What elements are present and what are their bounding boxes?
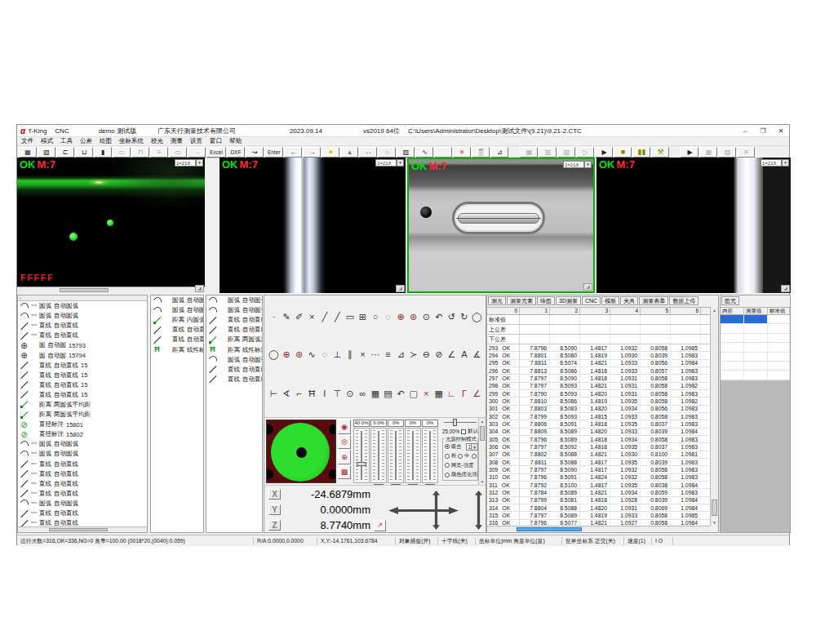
columns-tool-button[interactable]: ≡ [150,147,168,158]
slider-track[interactable] [405,428,421,483]
scroll-up-icon[interactable]: ▴ [711,307,718,313]
feature-row[interactable]: 圆自动圆15793 [18,340,147,350]
arc-tool-icon[interactable]: ↶ [432,312,445,322]
dither-button[interactable]: ▒ [472,147,490,158]
mode-primary-radio[interactable] [445,444,450,449]
result-row[interactable]: 304OK7.88098.50891.48201.09330.80391.098… [487,429,710,436]
caliper-tool-button[interactable]: ⊏ [56,147,74,158]
feature-row[interactable]: 圆弧自动圆弧55 [206,305,262,315]
camera-2-zoom-select[interactable]: 1=21X▾ [375,159,404,167]
feature-row[interactable]: 直线自动直线55 [206,365,262,375]
option-radio-1[interactable] [445,463,450,468]
level-radio-3[interactable] [472,454,477,459]
result-row[interactable]: 295OK7.88118.50741.48211.09330.80561.098… [487,360,710,367]
wave-select-button[interactable]: ∿ [415,147,433,158]
result-row[interactable]: 316OK7.87968.50771.48211.09270.80581.098… [487,520,710,526]
resize-grip-icon[interactable]: ◢ [583,283,592,291]
light-slider-5[interactable]: 0% [422,420,438,483]
open-run-button[interactable]: ▧ [557,147,575,158]
menu-item-4[interactable]: 公差 [80,137,92,145]
camera-3-zoom-select[interactable]: 1=21X▾ [563,161,592,168]
zoom-value[interactable]: 1=21X [175,159,196,167]
hatch-button[interactable]: ▨ [397,147,415,158]
save-measure-button[interactable]: ▦ [19,147,37,158]
results-hscrollbar[interactable] [487,526,710,532]
menu-item-10[interactable]: 窗口 [210,137,222,145]
list-1-top-scrollbar[interactable]: ‹ [18,295,147,301]
dim-horizontal-tool-icon[interactable]: Ħ [306,389,318,399]
feature-row[interactable]: 距离线性标注66 [151,344,203,354]
feature-row[interactable]: 距离线性标注55 [206,344,262,354]
ellipse-scan-tool-icon[interactable]: ⊕ [281,349,293,360]
ring-inner-light-button[interactable]: ⊕ [338,450,351,464]
element-row[interactable] [721,362,790,371]
text-tool-icon[interactable]: A [458,349,470,360]
list-1-bottom-scrollbar[interactable] [18,526,147,532]
channel-select[interactable]: 1▾ [466,443,478,451]
feature-row[interactable]: 直线自动直线65 [151,335,203,344]
result-row[interactable]: 307OK7.88028.50881.48211.09300.81001.098… [487,451,710,459]
camera-view-1[interactable]: OKM:7 1=21X▾ FFFFF ◢ [17,158,205,293]
results-tab-8[interactable]: 测量表单 [639,296,668,305]
zoom-value[interactable]: 1=21X [761,159,782,167]
menu-item-5[interactable]: 绘图 [100,137,112,145]
ellipse-2-tool-icon[interactable]: ◯ [268,349,280,360]
light-bulb-button[interactable]: ● [322,147,339,158]
result-row[interactable]: 299OK7.87908.50931.48201.09310.80581.098… [487,390,710,398]
feature-row[interactable]: ***圆弧自动圆弧 [18,439,147,449]
diagonal-move-button[interactable]: ↗ [374,520,386,531]
element-row[interactable] [721,371,790,380]
circle-line-tool-icon[interactable]: ⊖ [420,349,432,360]
ring-outer-light-button[interactable]: ◉ [338,420,351,434]
lasso-button[interactable]: ◌ [378,147,396,158]
point-tool-icon[interactable]: · [268,312,280,322]
angle-arc-tool-icon[interactable]: ∡ [471,349,483,360]
dxf-export-button[interactable]: DXF [227,147,245,158]
curve-tool-icon[interactable]: ∿ [306,349,318,360]
angle-tool-icon[interactable]: ∠ [446,349,458,360]
feature-row[interactable]: ***直线自动直线 [18,489,147,499]
copy-tool-icon[interactable]: ▤ [382,389,394,399]
draw-edit-tool-icon[interactable]: ✐ [293,312,305,322]
feature-row[interactable]: 距离两圆弧平均距 [18,400,147,410]
rect-tool-icon[interactable]: ▭ [344,312,356,322]
zoom-value[interactable]: 1=21X [563,161,584,168]
open-file-button[interactable]: ▧ [38,147,55,158]
results-tab-1[interactable]: 测光 [488,296,506,305]
open-2-button[interactable]: ▧ [718,147,736,158]
results-tab-4[interactable]: 3D测量 [556,296,581,305]
pillar-tool-button[interactable]: ▮ [94,147,112,158]
feature-row[interactable]: ***直线自动直线 [18,331,147,340]
resize-grip-icon[interactable]: ◢ [781,285,790,292]
feature-row[interactable]: 直线自动直线66 [151,325,203,335]
master-slider-thumb[interactable] [453,419,457,426]
chevron-down-icon[interactable]: ▾ [782,159,789,167]
menu-item-9[interactable]: 设置 [190,137,202,145]
coord-z-tool-icon[interactable]: ∠ [471,389,483,399]
slider-track[interactable] [388,428,404,483]
scroll-down-icon[interactable]: ▾ [711,519,718,526]
run-to-end-button[interactable]: ▶ [595,147,613,158]
feature-row[interactable]: 直线自动直线15 [18,390,147,400]
select-rect-tool-icon[interactable]: ▢ [407,389,419,399]
feature-row[interactable]: 直线自动直线55 [206,315,262,325]
camera-view-4[interactable]: OKM:7 1=21X▾ ◢ [596,158,791,293]
grid-tool-icon[interactable]: ▦ [432,389,445,399]
light-slider-1[interactable]: 40.0% [353,420,370,483]
feature-row[interactable]: 圆弧自动圆弧66 [151,295,203,305]
results-tab-5[interactable]: CNC [582,296,601,305]
result-row[interactable]: 298OK7.87978.50931.48211.09310.80581.098… [487,383,710,390]
default-mode-checkbox[interactable] [461,429,466,434]
feature-row[interactable]: ***圆弧自动圆弧 [18,449,147,459]
save-3-button[interactable]: ▦ [699,147,717,158]
camera-4-image[interactable] [596,158,791,293]
feature-row[interactable]: ***圆弧自动圆弧 [18,311,147,321]
save-2-button[interactable]: ▦ [520,147,538,158]
result-row[interactable]: 306OK7.87978.50921.48181.09350.80371.098… [487,443,710,451]
menu-item-2[interactable]: 模式 [41,137,53,145]
chevron-down-icon[interactable]: ▾ [196,159,203,167]
line-2pt-tool-icon[interactable]: ╱ [331,312,344,322]
level-radio-2[interactable] [458,454,463,459]
multiline-tool-icon[interactable]: ≡ [382,349,394,360]
resize-grip-icon[interactable]: ◢ [195,285,204,292]
